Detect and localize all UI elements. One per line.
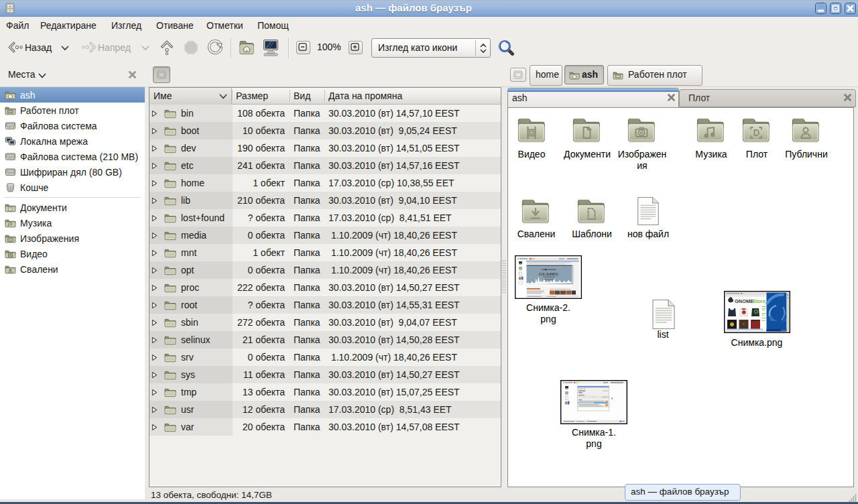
svg-text:Store: Store bbox=[753, 298, 765, 304]
svg-text:GNOME: GNOME bbox=[735, 298, 753, 304]
svg-text:GUADEC: GUADEC bbox=[539, 271, 559, 277]
